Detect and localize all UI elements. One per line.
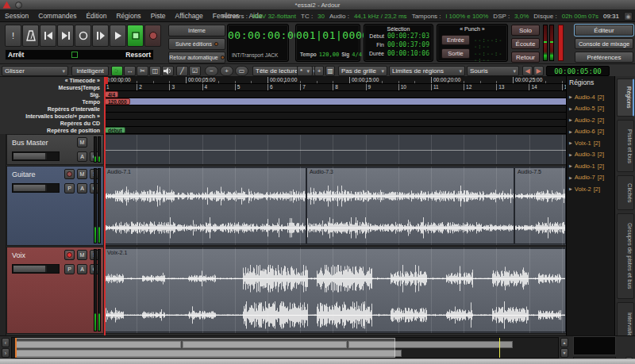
ruler-label[interactable]: Mesures|Temps: [0, 84, 104, 91]
audition-tool-button[interactable]: [162, 66, 174, 76]
mixer-window-button[interactable]: Console de mixage: [575, 38, 633, 49]
ruler-label[interactable]: Tempo: [0, 98, 104, 105]
guitare-gain-fader[interactable]: [12, 183, 60, 193]
expander-icon[interactable]: ▶: [569, 163, 572, 168]
shuttle-speed-control[interactable]: Arrêt Ressort: [5, 49, 154, 60]
track-name[interactable]: Guitare: [12, 171, 36, 178]
snap-mode-combo[interactable]: Limites de régions▾: [389, 66, 465, 76]
play-button[interactable]: [110, 25, 126, 47]
strips-button[interactable]: ▥: [325, 66, 335, 76]
selection-row-value[interactable]: 00:00:10:06: [387, 49, 429, 58]
region-list-item[interactable]: ▶ Audio-5 [2]: [569, 103, 614, 115]
expander-icon[interactable]: ▶: [569, 186, 572, 191]
region-list-item[interactable]: ▶ Voix-1 [2]: [569, 137, 614, 149]
expander-icon[interactable]: ▶: [569, 175, 572, 180]
metronome-button[interactable]: [22, 25, 39, 47]
shuttle-spring-checkbox[interactable]: [71, 52, 78, 58]
region-list-item[interactable]: ▶ Audio-7 [2]: [569, 172, 614, 184]
bars-ruler[interactable]: 123456789101112131415: [104, 84, 566, 91]
punch-out-button[interactable]: Sortie: [441, 48, 470, 59]
expander-icon[interactable]: ▶: [569, 106, 572, 111]
menu-item[interactable]: Session: [0, 12, 33, 20]
ruler-label[interactable]: Repères de position: [0, 127, 104, 134]
guitare-mute-button[interactable]: M: [77, 169, 87, 179]
region-list-item[interactable]: ▶ Audio-6 [2]: [569, 126, 614, 138]
guitare-playlist-button[interactable]: P: [64, 183, 75, 193]
master-track-header[interactable]: Bus Master M A G: [6, 134, 104, 165]
audio-region[interactable]: Audio-7.3: [306, 167, 514, 244]
guitare-track-header[interactable]: Guitare M S P A G: [6, 166, 104, 246]
record-button[interactable]: [144, 25, 161, 47]
grid-mode-combo[interactable]: Pas de grille▾: [338, 66, 387, 76]
selection-row-value[interactable]: 00:00:37:09: [387, 40, 429, 49]
cd-markers-ruler[interactable]: [104, 120, 566, 127]
tab-regions[interactable]: Régions: [617, 79, 634, 117]
marker-combo[interactable]: *▾: [297, 66, 313, 76]
ruler-label[interactable]: Sig.: [0, 91, 104, 98]
draw-tool-button[interactable]: ╱: [176, 66, 188, 76]
region-list-item[interactable]: ▶ Audio-4 [2]: [569, 91, 614, 103]
expander-icon[interactable]: ▶: [569, 94, 572, 99]
guitare-pan-button[interactable]: A: [77, 183, 87, 193]
loop-button[interactable]: [75, 25, 91, 47]
ruler-label[interactable]: Repères du CD: [0, 120, 104, 127]
title-bar[interactable]: *essai2 - Ardour: [0, 0, 635, 10]
session-summary[interactable]: [11, 337, 559, 358]
midi-panic-button[interactable]: !: [5, 25, 21, 47]
clip-indicator[interactable]: [558, 25, 564, 61]
menu-item[interactable]: Régions: [111, 12, 145, 20]
secondary-clock[interactable]: 001|01|0000 Tempo 120,00 Sig 4/4: [295, 24, 360, 62]
voix-record-arm-button[interactable]: [64, 250, 75, 260]
ruler-label[interactable]: Repères d'intervalle: [0, 105, 104, 113]
expander-icon[interactable]: ▶: [569, 140, 572, 145]
nudge-clock[interactable]: 00:00:05:00: [546, 66, 610, 76]
menu-item[interactable]: Commandes: [33, 12, 81, 20]
loop-punch-ruler[interactable]: [104, 113, 566, 120]
solo-button[interactable]: Solo: [511, 25, 540, 36]
audition-button[interactable]: Écoute: [511, 38, 540, 49]
smart-mode-toggle[interactable]: Intelligent: [71, 66, 109, 76]
punch-in-button[interactable]: Entrée: [441, 35, 470, 45]
sync-source-button[interactable]: Interne: [168, 25, 225, 36]
start-marker[interactable]: début: [105, 127, 125, 133]
edit-mode-combo[interactable]: Glisser▾: [2, 66, 68, 76]
nudge-back-button[interactable]: ◀: [522, 66, 533, 76]
guitare-record-arm-button[interactable]: [64, 169, 75, 179]
playhead[interactable]: [104, 77, 106, 335]
summary-scroll-right-button[interactable]: ›: [2, 348, 10, 358]
region-list-item[interactable]: ▶ Audio-1 [2]: [569, 160, 614, 172]
voix-track-lane[interactable]: Voix-2.1: [104, 247, 566, 334]
audio-region[interactable]: Voix-2.1: [104, 248, 566, 332]
region-list-item[interactable]: ▶ Audio-3 [2]: [569, 149, 614, 161]
expander-icon[interactable]: ▶: [569, 117, 572, 122]
tempo-ruler[interactable]: 120,000: [104, 98, 566, 105]
expander-icon[interactable]: ▶: [569, 152, 572, 157]
tempo-marker[interactable]: 120,000: [105, 98, 130, 105]
editor-window-button[interactable]: Éditeur: [575, 25, 633, 36]
ruler-label[interactable]: Intervalles boucle/« punch »: [0, 113, 104, 120]
meter-ruler[interactable]: 4/4: [104, 91, 566, 98]
crosshair-button[interactable]: +: [314, 66, 324, 76]
zoom-out-button[interactable]: −: [205, 66, 218, 76]
zoom-in-button[interactable]: +: [220, 66, 233, 76]
select-tool-button[interactable]: ☑: [189, 66, 201, 76]
edit-point-combo[interactable]: Souris▾: [467, 66, 519, 76]
auto-return-toggle[interactable]: Retour automatique: [168, 52, 225, 63]
stop-button[interactable]: [127, 25, 144, 47]
audio-region[interactable]: Audio-7.1: [104, 167, 306, 244]
error-log-button[interactable]: ◉: [624, 12, 633, 21]
summary-scroll-left-button[interactable]: ‹: [2, 338, 10, 347]
region-list-item[interactable]: ▶ Audio-2 [2]: [569, 114, 614, 126]
selection-row-value[interactable]: 00:00:27:03: [387, 32, 429, 40]
primary-clock[interactable]: 00:00:00:00 INT/Transport JACK: [227, 24, 289, 62]
voix-playlist-button[interactable]: P: [64, 264, 75, 274]
location-markers-ruler[interactable]: début: [104, 127, 566, 134]
master-track-lane[interactable]: [104, 134, 566, 165]
feedback-button[interactable]: Retour: [511, 52, 540, 63]
voix-pan-button[interactable]: A: [77, 264, 87, 274]
summary-viewport[interactable]: [15, 338, 395, 358]
zoom-fit-button[interactable]: ▭: [235, 66, 248, 76]
summary-scroll-down-button[interactable]: ▼: [560, 348, 568, 358]
master-gain-fader[interactable]: [12, 151, 60, 161]
play-range-button[interactable]: [92, 25, 109, 47]
